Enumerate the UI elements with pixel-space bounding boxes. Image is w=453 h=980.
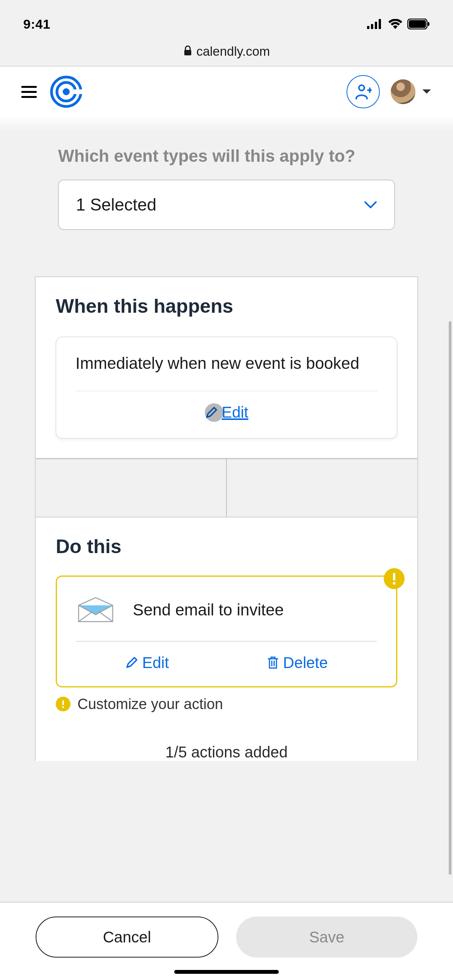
action-card: Send email to invitee Edit Delete: [56, 576, 397, 687]
person-add-icon: [355, 83, 372, 100]
scrollbar[interactable]: [449, 321, 451, 875]
svg-point-16: [62, 706, 64, 708]
home-indicator[interactable]: [174, 970, 279, 974]
action-panel: Do this Send email to invitee Edit: [35, 517, 418, 761]
browser-url-bar[interactable]: calendly.com: [0, 41, 453, 66]
warning-icon: [56, 697, 70, 711]
wifi-icon: [388, 19, 403, 29]
cellular-icon: [367, 19, 383, 29]
trigger-description: Immediately when new event is booked: [76, 352, 378, 391]
trigger-card: Immediately when new event is booked Edi…: [56, 337, 397, 439]
status-bar: 9:41: [0, 0, 453, 41]
save-button[interactable]: Save: [236, 917, 417, 958]
svg-rect-6: [428, 22, 429, 26]
pencil-icon: [205, 406, 218, 419]
svg-rect-7: [184, 50, 191, 55]
event-types-select[interactable]: 1 Selected: [58, 180, 395, 230]
svg-point-14: [393, 582, 396, 585]
event-types-question: Which event types will this apply to?: [0, 146, 453, 166]
action-delete-button[interactable]: Delete: [267, 654, 328, 672]
actions-count: 1/5 actions added: [36, 744, 417, 761]
invite-button[interactable]: [347, 75, 380, 108]
status-icons: [367, 19, 430, 29]
edit-label: Edit: [222, 404, 249, 421]
status-time: 9:41: [23, 17, 50, 32]
svg-point-12: [359, 85, 364, 91]
chevron-down-icon: [364, 201, 377, 209]
trigger-panel: When this happens Immediately when new e…: [35, 276, 418, 459]
svg-rect-13: [393, 573, 395, 581]
battery-icon: [407, 19, 430, 29]
customize-warning-row: Customize your action: [36, 696, 417, 717]
cancel-button[interactable]: Cancel: [36, 917, 218, 958]
workflow-content: Which event types will this apply to? 1 …: [0, 155, 453, 980]
app-header: [0, 67, 453, 132]
account-menu-chevron[interactable]: [422, 89, 432, 95]
select-value: 1 Selected: [76, 195, 156, 214]
delete-label: Delete: [283, 654, 328, 672]
pencil-icon: [125, 656, 138, 669]
svg-rect-15: [62, 700, 64, 705]
action-title: Send email to invitee: [133, 601, 284, 619]
warning-text: Customize your action: [77, 696, 223, 713]
avatar[interactable]: [391, 79, 415, 104]
trash-icon: [267, 656, 279, 670]
envelope-icon: [76, 596, 115, 624]
bottom-bar: Cancel Save: [0, 902, 453, 980]
action-heading: Do this: [36, 517, 417, 572]
edit-label: Edit: [142, 654, 169, 672]
svg-rect-10: [74, 89, 82, 94]
menu-button[interactable]: [21, 86, 37, 98]
svg-rect-2: [375, 22, 377, 29]
trigger-edit-button[interactable]: Edit: [205, 404, 249, 421]
svg-rect-1: [371, 24, 373, 29]
svg-rect-3: [379, 19, 381, 29]
trigger-heading: When this happens: [36, 277, 417, 331]
svg-point-11: [63, 88, 70, 95]
url-text: calendly.com: [196, 44, 270, 58]
flow-connector: [35, 459, 418, 517]
svg-rect-5: [409, 20, 426, 28]
warning-badge: [384, 568, 405, 589]
calendly-logo[interactable]: [50, 75, 82, 108]
svg-rect-0: [367, 26, 369, 29]
exclamation-icon: [392, 572, 396, 585]
chevron-down-icon: [422, 89, 432, 95]
action-edit-button[interactable]: Edit: [125, 654, 169, 672]
lock-icon: [183, 45, 192, 58]
